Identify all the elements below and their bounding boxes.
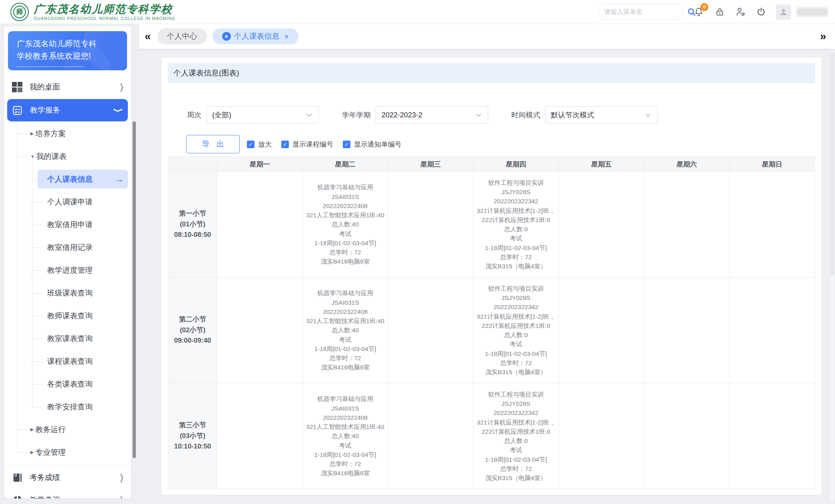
pie-chart-icon [12, 495, 22, 498]
sidebar-item-various-timetable-query[interactable]: 各类课表查询 [4, 373, 131, 395]
tree-connector-line [32, 384, 42, 385]
school-name-cn: 广东茂名幼儿师范专科学校 [34, 3, 176, 15]
tab-personal-center[interactable]: 个人中心 [157, 28, 207, 44]
course-details: 软件工程与项目实训 JSJY028S 2022202322342 321计算机应… [473, 177, 559, 273]
notification-badge: 0 [700, 3, 708, 11]
tabs-collapse-icon[interactable]: « [145, 31, 151, 42]
sidebar-scrollbar[interactable] [133, 121, 136, 458]
export-button[interactable]: 导 出 [186, 135, 240, 153]
show-notice-code-checkbox[interactable]: ✓显示通知单编号 [343, 140, 402, 149]
timetable-panel: 个人课表信息(图表) 周次 (全部) 学年学期 2022-2023-2 时间模式… [161, 58, 821, 495]
lock-screen-icon[interactable] [714, 6, 726, 18]
sidebar-item-course-timetable-query[interactable]: 课程课表查询 [4, 350, 131, 373]
day-header-1: 星期一 [217, 157, 303, 172]
sidebar-item-classroom-timetable-query[interactable]: 教室课表查询 [4, 327, 131, 350]
period-line: (03小节) [168, 431, 217, 441]
week-filter-label: 周次 [187, 110, 201, 120]
tab-label: 个人中心 [167, 31, 197, 42]
tree-connector-line [32, 202, 42, 202]
sidebar-item-teaching-progress-management[interactable]: 教学进度管理 [4, 259, 131, 282]
sidebar-item-teaching-evaluation[interactable]: 教学考评❯ [4, 489, 131, 498]
tree-connector-line [17, 134, 28, 134]
tree-connector-line [17, 452, 28, 453]
sidebar-item-my-desktop[interactable]: 我的桌面❯ [4, 76, 131, 98]
sidebar-item-my-timetable[interactable]: ▼我的课表 [4, 145, 131, 168]
sidebar-item-label: 个人课表信息 [47, 174, 93, 185]
course-cell[interactable]: 软件工程与项目实训 JSJY028S 2022202322342 321计算机应… [473, 278, 559, 383]
period-line: (01小节) [168, 219, 217, 230]
menu-search-box[interactable] [598, 4, 684, 20]
school-logo: 师 广东茂名幼儿师范专科学校 GUANGDONG PRESCHOOL NORMA… [10, 3, 176, 21]
tab-label: 个人课表信息 [234, 31, 280, 42]
sidebar-item-class-timetable-query[interactable]: 班级课表查询 [4, 282, 131, 304]
tree-connector-line [17, 430, 28, 430]
timetable-row: 第二小节(02小节)09:00-09:40机器学习基础与应用 JSAI031S … [168, 278, 815, 383]
period-line: 08:10-08:50 [168, 230, 217, 240]
course-cell[interactable]: 软件工程与项目实训 JSJY028S 2022202322342 321计算机应… [473, 172, 559, 278]
tab-personal-timetable-info[interactable]: ★个人课表信息× [213, 28, 298, 44]
switch-user-icon[interactable] [734, 6, 746, 18]
checkbox-checked-icon[interactable]: ✓ [343, 141, 350, 148]
panel-title: 个人课表信息(图表) [168, 63, 815, 83]
week-select[interactable]: (全部) [206, 106, 319, 124]
tabs-expand-icon[interactable]: » [820, 31, 826, 42]
user-avatar[interactable] [776, 4, 791, 20]
empty-cell [730, 172, 815, 278]
period-line: 第一小节 [168, 208, 217, 219]
zoom-checkbox[interactable]: ✓放大 [247, 140, 272, 149]
day-header-6: 星期六 [644, 157, 730, 172]
tab-close-icon[interactable]: × [284, 33, 289, 40]
sidebar-item-label: 专业管理 [35, 447, 66, 458]
course-cell[interactable]: 机器学习基础与应用 JSAI031S 2022202322408 321人工智能… [302, 172, 388, 278]
course-cell[interactable]: 软件工程与项目实训 JSJY028S 2022202322342 321计算机应… [473, 383, 559, 489]
checkbox-checked-icon[interactable]: ✓ [281, 141, 289, 148]
day-header-3: 星期三 [388, 157, 473, 172]
sidebar-item-label: 教务运行 [35, 425, 66, 435]
checklist-icon [12, 105, 23, 116]
sidebar-item-label: 我的课表 [36, 151, 67, 162]
show-course-code-checkbox[interactable]: ✓显示课程编号 [281, 140, 333, 149]
period-line: 第三小节 [168, 420, 217, 431]
sidebar-item-label: 各类课表查询 [47, 379, 93, 389]
sidebar-item-label: 个人调课申请 [47, 197, 93, 207]
sidebar-menu-tree: ▶培养方案▼我的课表→个人课表信息个人调课申请教室借用申请教室借用记录教学进度管… [4, 122, 131, 464]
notifications-bell-icon[interactable]: 0 [693, 6, 705, 18]
empty-cell [388, 172, 473, 278]
timetable: 星期一星期二星期三星期四星期五星期六星期日 第一小节(01小节)08:10-08… [168, 157, 815, 489]
search-input[interactable] [604, 8, 687, 16]
sidebar-item-teacher-timetable-query[interactable]: 教师课表查询 [4, 304, 131, 327]
time-mode-filter-label: 时间模式 [511, 110, 540, 120]
day-header-4: 星期四 [473, 157, 559, 172]
sidebar-item-label: 我的桌面 [30, 82, 60, 92]
period-line: (02小节) [168, 325, 217, 335]
sidebar-item-academic-operations[interactable]: ▶教务运行 [4, 418, 131, 441]
sidebar-item-label: 教学安排查询 [47, 402, 93, 412]
sidebar-item-label: 班级课表查询 [47, 288, 93, 298]
sidebar-item-major-management[interactable]: ▶专业管理 [4, 441, 131, 464]
course-cell[interactable]: 机器学习基础与应用 JSAI031S 2022202322408 321人工智能… [302, 383, 388, 489]
checkbox-label: 显示通知单编号 [354, 140, 402, 149]
chevron-down-icon [644, 111, 652, 119]
period-label: 第二小节(02小节)09:00-09:40 [168, 278, 217, 383]
main-scrollbar-thumb[interactable] [830, 52, 834, 276]
term-select[interactable]: 2022-2023-2 [376, 106, 488, 124]
sidebar-item-training-program[interactable]: ▶培养方案 [4, 122, 131, 145]
sidebar-item-personal-timetable-info[interactable]: →个人课表信息 [4, 168, 131, 190]
sidebar-item-teaching-arrangement-query[interactable]: 教学安排查询 [4, 395, 131, 418]
course-cell[interactable]: 机器学习基础与应用 JSAI031S 2022202322408 321人工智能… [302, 278, 388, 383]
day-header-2: 星期二 [302, 157, 388, 172]
empty-cell [644, 172, 730, 278]
sidebar-item-classroom-borrow-request[interactable]: 教室借用申请 [4, 213, 131, 236]
sidebar-item-classroom-borrow-records[interactable]: 教室借用记录 [4, 236, 131, 259]
sidebar-item-teaching-services[interactable]: 教学服务❯ [7, 99, 128, 121]
time-mode-select[interactable]: 默认节次模式 [545, 106, 658, 124]
active-item-arrow-icon: → [115, 174, 124, 185]
top-header: 师 广东茂名幼儿师范专科学校 GUANGDONG PRESCHOOL NORMA… [0, 0, 835, 24]
empty-cell [559, 383, 644, 489]
checkbox-checked-icon[interactable]: ✓ [247, 141, 254, 148]
period-label: 第三小节(03小节)10:10-10:50 [168, 383, 217, 489]
logout-power-icon[interactable] [755, 6, 767, 18]
course-details: 软件工程与项目实训 JSJY028S 2022202322342 321计算机应… [473, 282, 559, 379]
sidebar-item-exam-scores[interactable]: 考务成绩❯ [4, 466, 131, 489]
sidebar-item-personal-reschedule-request[interactable]: 个人调课申请 [4, 190, 131, 213]
